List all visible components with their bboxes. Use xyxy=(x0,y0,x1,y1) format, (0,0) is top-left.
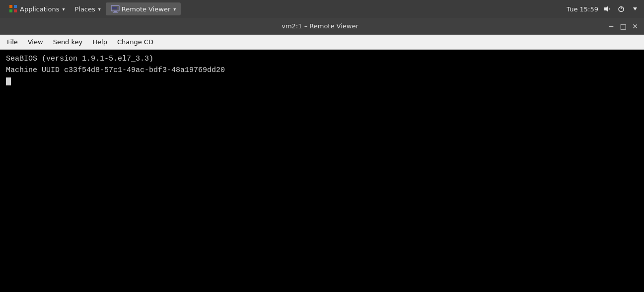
applications-label: Applications xyxy=(20,5,59,13)
remote-viewer-chevron: ▾ xyxy=(173,6,176,12)
places-menu[interactable]: Places ▾ xyxy=(70,3,105,15)
svg-rect-3 xyxy=(14,9,17,12)
places-chevron: ▾ xyxy=(98,6,101,12)
close-button[interactable]: ✕ xyxy=(630,21,640,31)
clock: Tue 15:59 xyxy=(567,5,598,13)
file-menu[interactable]: File xyxy=(2,36,23,48)
console-line-3 xyxy=(6,76,638,87)
applications-icon xyxy=(9,4,18,13)
svg-rect-1 xyxy=(14,5,17,8)
svg-rect-6 xyxy=(113,12,118,13)
volume-icon[interactable] xyxy=(602,4,612,14)
applications-menu[interactable]: Applications ▾ xyxy=(4,2,70,15)
window-title: vm2:1 – Remote Viewer xyxy=(34,22,606,30)
console-area[interactable]: SeaBIOS (version 1.9.1-5.el7_3.3) Machin… xyxy=(0,50,644,292)
svg-marker-11 xyxy=(633,7,637,10)
help-menu[interactable]: Help xyxy=(87,36,112,48)
view-menu[interactable]: View xyxy=(23,36,48,48)
minimize-button[interactable]: − xyxy=(606,21,616,31)
remote-viewer-icon xyxy=(111,4,120,13)
window-controls: − □ ✕ xyxy=(606,21,640,31)
svg-marker-8 xyxy=(604,6,608,12)
remote-viewer-window: vm2:1 – Remote Viewer − □ ✕ File View Se… xyxy=(0,18,644,292)
svg-rect-7 xyxy=(112,7,117,9)
console-line-1: SeaBIOS (version 1.9.1-5.el7_3.3) xyxy=(6,54,638,65)
window-titlebar: vm2:1 – Remote Viewer − □ ✕ xyxy=(0,18,644,35)
settings-chevron-icon[interactable] xyxy=(630,4,640,14)
menu-bar: File View Send key Help Change CD xyxy=(0,35,644,50)
applications-chevron: ▾ xyxy=(62,6,65,12)
system-bar-left: Applications ▾ Places ▾ Remote Viewer ▾ xyxy=(4,2,181,15)
svg-rect-2 xyxy=(9,9,12,12)
system-bar-right: Tue 15:59 xyxy=(567,4,640,14)
change-cd-menu[interactable]: Change CD xyxy=(112,36,158,48)
places-label: Places xyxy=(74,5,95,13)
remote-viewer-menu[interactable]: Remote Viewer ▾ xyxy=(106,2,181,15)
remote-viewer-label: Remote Viewer xyxy=(122,5,170,13)
system-bar: Applications ▾ Places ▾ Remote Viewer ▾ … xyxy=(0,0,644,18)
send-key-menu[interactable]: Send key xyxy=(48,36,88,48)
console-line-2: Machine UUID c33f54d8-57c1-49ac-bdf3-48a… xyxy=(6,65,638,76)
cursor xyxy=(6,77,11,85)
svg-rect-0 xyxy=(9,5,12,8)
power-icon[interactable] xyxy=(616,4,626,14)
maximize-button[interactable]: □ xyxy=(618,21,628,31)
